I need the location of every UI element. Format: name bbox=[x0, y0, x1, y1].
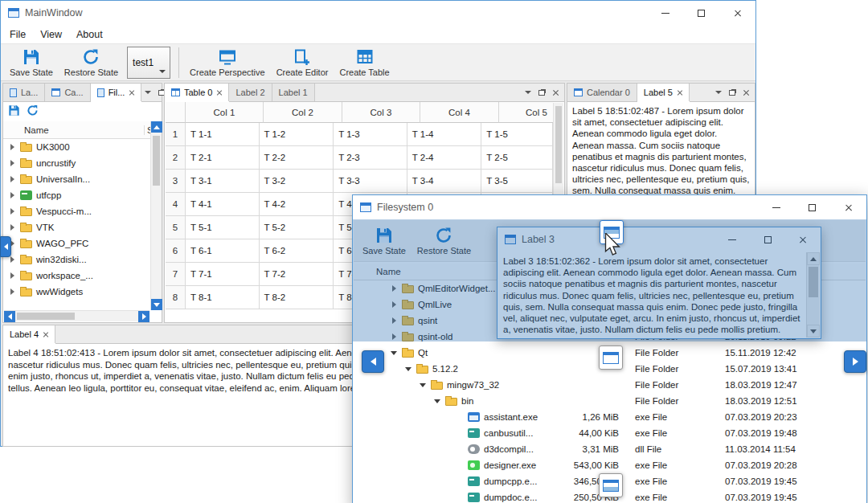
expand-chevron-icon[interactable] bbox=[9, 223, 17, 231]
dock-tab[interactable]: Label 4 bbox=[3, 325, 55, 343]
scroll-left-button[interactable] bbox=[4, 311, 15, 322]
table-cell[interactable]: T 3-2 bbox=[260, 170, 334, 193]
dock-tab[interactable]: Fil... bbox=[91, 84, 142, 101]
table-cell[interactable]: T 8-1 bbox=[186, 286, 260, 309]
table-cell[interactable]: T 1-3 bbox=[334, 123, 407, 146]
expand-chevron-icon[interactable] bbox=[9, 191, 17, 199]
dock-menu-button[interactable] bbox=[522, 86, 534, 99]
scroll-right-button[interactable] bbox=[138, 311, 149, 322]
expand-chevron-icon[interactable] bbox=[457, 461, 465, 469]
save-state-mini-button[interactable] bbox=[8, 104, 20, 120]
create-table-button[interactable]: Create Table bbox=[334, 45, 395, 80]
table-cell[interactable]: T 8-2 bbox=[260, 286, 334, 309]
dock-tab[interactable]: Label 1 bbox=[272, 84, 315, 101]
tree-item[interactable]: uncrustify bbox=[4, 155, 149, 171]
drop-indicator-center[interactable] bbox=[599, 346, 623, 370]
save-state-button[interactable]: Save State bbox=[4, 45, 59, 80]
table-cell[interactable]: T 6-2 bbox=[260, 239, 334, 263]
tab-close-icon[interactable] bbox=[43, 332, 48, 337]
expand-chevron-icon[interactable] bbox=[9, 175, 17, 183]
dock-tab[interactable]: La... bbox=[3, 84, 45, 101]
minimize-button[interactable] bbox=[647, 1, 683, 25]
expand-chevron-icon[interactable] bbox=[9, 207, 17, 215]
close-button[interactable] bbox=[719, 1, 755, 25]
table-cell[interactable]: T 6-1 bbox=[186, 239, 260, 263]
expand-chevron-icon[interactable] bbox=[9, 288, 17, 296]
tab-close-icon[interactable] bbox=[677, 90, 682, 96]
expand-chevron-icon[interactable] bbox=[9, 143, 17, 151]
table-cell[interactable]: T 7-1 bbox=[186, 263, 260, 286]
row-header[interactable]: 6 bbox=[166, 239, 186, 263]
dock-close-button[interactable] bbox=[739, 86, 752, 99]
row-header[interactable]: 5 bbox=[166, 216, 186, 239]
table-cell[interactable]: T 5-1 bbox=[186, 216, 260, 239]
menu-item[interactable]: About bbox=[69, 27, 110, 42]
close-button[interactable] bbox=[830, 195, 866, 219]
row-header[interactable]: 1 bbox=[166, 123, 186, 146]
row-header[interactable]: 4 bbox=[166, 193, 186, 216]
file-row[interactable]: mingw73_32 File Folder 18.03.2019 12:47 bbox=[354, 377, 866, 393]
column-header[interactable]: Col 2 bbox=[264, 102, 342, 123]
table-cell[interactable]: T 1-2 bbox=[260, 123, 334, 146]
scrollbar-handle[interactable] bbox=[153, 136, 160, 186]
table-cell[interactable]: T 2-3 bbox=[334, 146, 407, 170]
dock-close-button[interactable] bbox=[549, 86, 562, 99]
table-cell[interactable]: T 3-3 bbox=[334, 170, 407, 193]
dock-tab[interactable]: Table 0 bbox=[165, 84, 229, 101]
main-titlebar[interactable]: MainWindow bbox=[1, 1, 755, 25]
table-cell[interactable]: T 5-2 bbox=[260, 216, 334, 239]
tree-vertical-scrollbar[interactable] bbox=[150, 121, 162, 310]
column-header[interactable]: Col 1 bbox=[186, 102, 264, 123]
table-cell[interactable]: T 2-4 bbox=[407, 146, 482, 170]
expand-chevron-icon[interactable] bbox=[434, 397, 442, 405]
perspective-combo[interactable]: test1 bbox=[127, 47, 170, 79]
filesystem-titlebar[interactable]: Filesystem 0 bbox=[353, 195, 866, 219]
tree-item[interactable]: WAGO_PFC bbox=[4, 235, 149, 251]
expand-chevron-icon[interactable] bbox=[9, 272, 17, 280]
row-header[interactable]: 3 bbox=[166, 170, 186, 193]
table-cell[interactable]: T 2-1 bbox=[186, 146, 260, 170]
table-cell[interactable]: T 4-1 bbox=[186, 193, 260, 216]
table-cell[interactable]: T 3-4 bbox=[407, 170, 482, 193]
table-cell[interactable]: T 2-5 bbox=[481, 146, 553, 170]
table-cell[interactable]: T 1-1 bbox=[186, 123, 260, 146]
expand-chevron-icon[interactable] bbox=[457, 413, 465, 421]
table-cell[interactable]: T 1-4 bbox=[407, 123, 482, 146]
tree-item[interactable]: UniversalIn... bbox=[4, 171, 149, 187]
menu-item[interactable]: File bbox=[2, 27, 33, 42]
expand-chevron-icon[interactable] bbox=[391, 349, 399, 357]
minimize-button[interactable] bbox=[758, 195, 794, 219]
restore-state-button[interactable]: Restore State bbox=[59, 45, 124, 80]
row-header[interactable]: 7 bbox=[166, 263, 186, 286]
tree-item[interactable]: UK3000 bbox=[4, 139, 149, 155]
dock-tab[interactable]: Label 5 bbox=[637, 84, 690, 101]
scroll-down-button[interactable] bbox=[151, 299, 162, 310]
column-header[interactable]: Col 5 bbox=[499, 102, 553, 123]
expand-chevron-icon[interactable] bbox=[420, 381, 428, 389]
restore-state-mini-button[interactable] bbox=[27, 104, 39, 120]
dock-tab[interactable]: Ca... bbox=[45, 84, 90, 101]
tab-close-icon[interactable] bbox=[129, 90, 134, 96]
file-row[interactable]: d3dcompil... 3,31 MiB dll File 11.03.201… bbox=[354, 441, 866, 457]
create-editor-button[interactable]: Create Editor bbox=[271, 45, 334, 80]
drop-indicator-bottom[interactable] bbox=[599, 473, 623, 497]
drop-indicator-left[interactable] bbox=[362, 350, 384, 373]
column-header[interactable]: Col 3 bbox=[342, 102, 420, 123]
expand-chevron-icon[interactable] bbox=[457, 445, 465, 453]
tree-item[interactable]: workspace_... bbox=[4, 268, 149, 284]
expand-chevron-icon[interactable] bbox=[457, 477, 465, 485]
dock-tab[interactable]: Label 2 bbox=[229, 84, 272, 101]
table-cell[interactable]: T 1-5 bbox=[481, 123, 553, 146]
tree-item[interactable]: VTK bbox=[4, 219, 149, 235]
scrollbar-handle[interactable] bbox=[555, 106, 562, 183]
tree-item[interactable]: Vespucci-m... bbox=[4, 203, 149, 219]
row-header[interactable]: 2 bbox=[166, 146, 186, 170]
drop-indicator-right[interactable] bbox=[844, 350, 866, 373]
table-cell[interactable]: T 4-2 bbox=[260, 193, 334, 216]
row-header[interactable]: 8 bbox=[166, 286, 186, 309]
file-row[interactable]: canbusutil... 44,00 KiB exe File 07.03.2… bbox=[354, 425, 866, 441]
tree-item[interactable]: wwWidgets bbox=[4, 284, 149, 300]
dock-tab[interactable]: Calendar 0 bbox=[567, 84, 637, 101]
scrollbar-handle[interactable] bbox=[17, 313, 75, 320]
dock-menu-button[interactable] bbox=[141, 86, 154, 99]
